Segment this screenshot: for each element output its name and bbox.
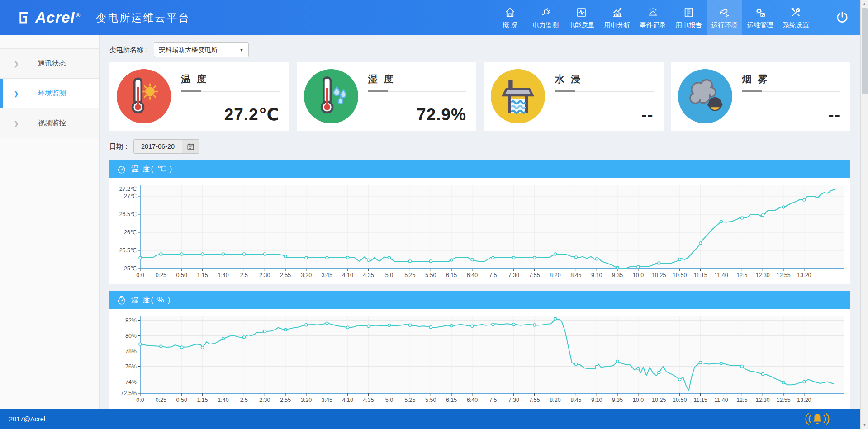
svg-text:10:50: 10:50 <box>673 397 687 403</box>
nav-item-event-log[interactable]: 事件记录 <box>635 0 671 35</box>
svg-text:7:5: 7:5 <box>489 272 497 278</box>
vertical-scrollbar[interactable]: ▲ ▼ <box>860 0 868 429</box>
scroll-down-arrow[interactable]: ▼ <box>861 421 868 429</box>
nav-item-power-quality[interactable]: 电能质量 <box>564 0 599 35</box>
svg-text:4:10: 4:10 <box>342 397 353 403</box>
svg-text:2:55: 2:55 <box>280 397 291 403</box>
svg-text:1:40: 1:40 <box>218 397 228 403</box>
copyright-text: 2017@Acrel <box>9 415 45 423</box>
sidebar: ❯ 通讯状态 ❯ 环境监测 ❯ 视频监控 <box>0 35 100 409</box>
sidebar-item-video-surveillance[interactable]: ❯ 视频监控 <box>0 108 99 138</box>
sidebar-spacer <box>0 35 99 49</box>
svg-text:10:0: 10:0 <box>633 272 644 278</box>
registered-mark: ® <box>76 12 81 19</box>
date-input-group <box>133 139 199 154</box>
sidebar-item-env-monitoring[interactable]: ❯ 环境监测 <box>0 79 99 108</box>
svg-text:12:5: 12:5 <box>736 272 747 278</box>
nav-item-ops-management[interactable]: 运维管理 <box>742 0 778 35</box>
scroll-up-arrow[interactable]: ▲ <box>861 0 868 8</box>
svg-text:4:10: 4:10 <box>342 272 353 278</box>
svg-text:2:55: 2:55 <box>280 272 291 278</box>
panel-title: 温 度( ℃ ) <box>131 164 173 174</box>
metric-cards: 温 度 27.2℃ 湿 度 <box>109 62 850 131</box>
svg-text:7:55: 7:55 <box>529 272 540 278</box>
gauge-icon <box>117 295 127 305</box>
station-select[interactable]: 安科瑞新大楼变电所 ▼ <box>154 42 249 57</box>
svg-text:5:25: 5:25 <box>404 272 415 278</box>
svg-text:12:30: 12:30 <box>756 272 770 278</box>
smoke-icon <box>682 73 729 120</box>
svg-text:78%: 78% <box>125 348 137 354</box>
svg-text:0:0: 0:0 <box>136 397 144 403</box>
acrel-logo-icon <box>16 10 32 25</box>
svg-text:0:25: 0:25 <box>156 397 166 403</box>
svg-text:12:55: 12:55 <box>776 272 790 278</box>
svg-text:8:20: 8:20 <box>550 397 560 403</box>
calendar-button[interactable] <box>182 140 199 153</box>
title-underline <box>181 90 280 92</box>
svg-text:5:50: 5:50 <box>425 397 436 403</box>
report-icon <box>683 6 695 19</box>
temperature-value: 27.2℃ <box>181 105 280 124</box>
nav-item-overview[interactable]: 概 况 <box>492 0 528 35</box>
alarm-icon <box>647 6 659 19</box>
nav-item-usage-analysis[interactable]: 用电分析 <box>599 0 635 35</box>
svg-text:1:15: 1:15 <box>197 272 208 278</box>
svg-text:9:10: 9:10 <box>591 272 602 278</box>
panel-title: 湿 度( % ) <box>131 295 171 305</box>
svg-text:4:35: 4:35 <box>363 272 374 278</box>
top-header: Acrel® 变电所运维云平台 概 况 电力监测 电能质量 用电分析 事件记录 … <box>0 0 868 35</box>
svg-text:8:45: 8:45 <box>570 397 581 403</box>
power-icon <box>835 10 850 25</box>
nav-item-usage-report[interactable]: 用电报告 <box>671 0 707 35</box>
title-underline <box>368 90 467 92</box>
svg-text:27℃: 27℃ <box>124 193 137 199</box>
svg-text:3:20: 3:20 <box>301 397 312 403</box>
svg-text:10:25: 10:25 <box>652 272 666 278</box>
nav-item-environment[interactable]: 运行环境 <box>707 0 742 35</box>
tools-icon <box>790 6 802 19</box>
svg-text:72.5%: 72.5% <box>121 390 137 396</box>
date-input[interactable] <box>134 140 182 153</box>
footer: 2017@Acrel <box>0 409 860 429</box>
svg-text:5:25: 5:25 <box>404 397 415 403</box>
svg-text:25.5℃: 25.5℃ <box>119 247 137 254</box>
card-title: 水 浸 <box>555 69 654 85</box>
water-tank-icon <box>494 73 541 120</box>
dropdown-arrow-icon: ▼ <box>239 47 244 52</box>
svg-text:12:30: 12:30 <box>756 397 770 403</box>
svg-text:1:15: 1:15 <box>197 397 208 403</box>
svg-text:9:35: 9:35 <box>612 272 623 278</box>
svg-text:4:35: 4:35 <box>363 397 374 403</box>
logout-power-button[interactable] <box>835 10 850 25</box>
chevron-right-icon: ❯ <box>14 90 19 97</box>
card-title: 烟 雾 <box>742 69 841 85</box>
water-leak-card: 水 浸 -- <box>484 62 664 131</box>
nav-item-system-settings[interactable]: 系统设置 <box>778 0 814 35</box>
temperature-panel-header: 温 度( ℃ ) <box>109 160 850 178</box>
camera-icon <box>718 6 730 19</box>
svg-text:3:45: 3:45 <box>322 272 332 278</box>
alarm-bell-icon[interactable] <box>805 411 830 427</box>
svg-text:0:25: 0:25 <box>156 272 166 278</box>
svg-text:9:35: 9:35 <box>612 397 623 403</box>
temperature-card: 温 度 27.2℃ <box>109 62 289 131</box>
svg-text:11:15: 11:15 <box>693 397 707 403</box>
date-label: 日期： <box>109 142 130 151</box>
scrollbar-thumb[interactable] <box>862 8 868 94</box>
svg-text:76%: 76% <box>125 363 137 370</box>
nav-item-power-monitoring[interactable]: 电力监测 <box>528 0 564 35</box>
svg-text:5:0: 5:0 <box>385 272 393 278</box>
svg-text:11:40: 11:40 <box>714 272 728 278</box>
svg-text:9:10: 9:10 <box>591 397 602 403</box>
svg-text:11:40: 11:40 <box>714 397 728 403</box>
station-selector-row: 变电所名称： 安科瑞新大楼变电所 ▼ <box>109 42 850 57</box>
temperature-panel: 温 度( ℃ ) 25℃25.5℃26℃26.5℃27℃27.2℃0:00:25… <box>109 160 850 284</box>
humidity-panel-header: 湿 度( % ) <box>109 291 850 309</box>
smoke-circle <box>678 69 732 123</box>
svg-text:26℃: 26℃ <box>124 229 137 236</box>
sidebar-item-comm-status[interactable]: ❯ 通讯状态 <box>0 49 99 79</box>
svg-text:7:5: 7:5 <box>489 397 497 403</box>
svg-text:6:40: 6:40 <box>467 272 478 278</box>
water-leak-circle <box>491 69 545 123</box>
